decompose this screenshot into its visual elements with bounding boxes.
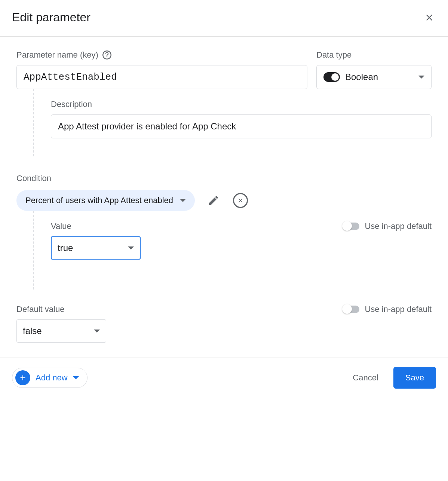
- parameter-name-label: Parameter name (key): [16, 50, 98, 60]
- caret-down-icon: [73, 376, 79, 379]
- description-label: Description: [51, 99, 432, 109]
- condition-use-default-label: Use in-app default: [365, 221, 432, 231]
- parameter-name-input[interactable]: [16, 65, 307, 89]
- default-value-selected: false: [23, 326, 94, 336]
- condition-use-default-row: Use in-app default: [343, 221, 432, 231]
- condition-value-field: Value true: [51, 221, 141, 260]
- close-button[interactable]: [423, 11, 436, 24]
- condition-value-label: Value: [51, 221, 141, 231]
- data-type-value: Boolean: [345, 72, 413, 82]
- default-value-select[interactable]: false: [16, 319, 106, 343]
- dialog-footer: Add new Cancel Save: [0, 358, 448, 398]
- tree-connector: [33, 89, 51, 156]
- condition-use-default-toggle[interactable]: [343, 223, 359, 230]
- default-use-default-row: Use in-app default: [343, 304, 432, 314]
- condition-value-select[interactable]: true: [51, 236, 141, 260]
- pencil-icon: [208, 194, 220, 206]
- condition-value-selected: true: [58, 243, 128, 253]
- dialog-header: Edit parameter: [0, 0, 448, 37]
- data-type-label: Data type: [316, 50, 352, 60]
- remove-condition-button[interactable]: [232, 192, 249, 209]
- default-value-label: Default value: [16, 304, 106, 314]
- help-icon[interactable]: [102, 50, 112, 60]
- condition-section-label: Condition: [16, 174, 432, 183]
- data-type-field: Data type Boolean: [316, 50, 432, 89]
- remove-circle-icon: [233, 193, 248, 208]
- parameter-name-field: Parameter name (key): [16, 50, 307, 89]
- default-value-field: Default value false: [16, 304, 106, 343]
- default-use-default-label: Use in-app default: [365, 304, 432, 314]
- caret-down-icon: [94, 330, 100, 333]
- condition-row: Percent of users with App Attest enabled: [16, 190, 432, 211]
- edit-condition-button[interactable]: [205, 192, 222, 209]
- add-new-label: Add new: [36, 373, 68, 383]
- close-icon: [424, 12, 435, 23]
- condition-chip-label: Percent of users with App Attest enabled: [25, 196, 173, 205]
- default-use-default-toggle[interactable]: [343, 306, 359, 313]
- dialog-body: Parameter name (key) Data type Boolean D…: [0, 37, 448, 358]
- cancel-button[interactable]: Cancel: [348, 369, 383, 386]
- save-button[interactable]: Save: [393, 367, 436, 389]
- plus-circle-icon: [15, 370, 30, 385]
- description-input[interactable]: [51, 114, 432, 138]
- tree-connector: [33, 211, 51, 289]
- caret-down-icon: [180, 199, 186, 202]
- description-field: Description: [51, 89, 432, 156]
- condition-chip[interactable]: Percent of users with App Attest enabled: [16, 190, 195, 211]
- dialog-title: Edit parameter: [12, 10, 90, 24]
- caret-down-icon: [128, 246, 134, 249]
- caret-down-icon: [418, 76, 424, 79]
- boolean-type-icon: [323, 72, 340, 82]
- add-new-button[interactable]: Add new: [12, 368, 88, 388]
- data-type-select[interactable]: Boolean: [316, 65, 432, 89]
